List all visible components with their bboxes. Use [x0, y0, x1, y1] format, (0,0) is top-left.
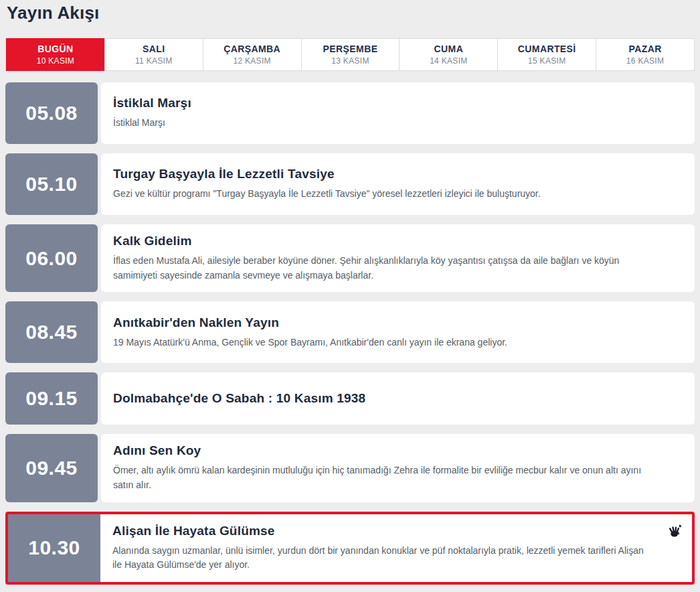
page-title: Yayın Akışı	[7, 3, 695, 23]
day-tab-date: 15 KASIM	[528, 56, 565, 66]
program-time: 09.45	[25, 457, 78, 479]
program-title: Dolmabahçe'de O Sabah : 10 Kasım 1938	[113, 391, 683, 406]
day-tab[interactable]: CUMA 14 KASIM	[399, 39, 497, 70]
day-tab-label: CUMARTESİ	[518, 44, 576, 54]
program-title: Turgay Başyayla İle Lezzetli Tavsiye	[113, 167, 683, 181]
program-time-box: 05.08	[5, 82, 98, 144]
program-details: Alişan İle Hayata Gülümse Alanında saygı…	[100, 514, 692, 582]
program-title: Adını Sen Koy	[113, 443, 683, 458]
program-details: Turgay Başyayla İle Lezzetli Tavsiye Gez…	[101, 153, 695, 215]
day-tab[interactable]: ÇARŞAMBA 12 KASIM	[203, 39, 301, 70]
program-time: 10.30	[28, 536, 80, 559]
program-time-box: 05.10	[5, 153, 98, 215]
program-time-box: 09.15	[5, 372, 98, 425]
program-description: 19 Mayıs Atatürk'ü Anma, Gençlik ve Spor…	[113, 336, 683, 350]
program-row[interactable]: 06.00 Kalk Gidelim İflas eden Mustafa Al…	[5, 224, 695, 292]
day-tab[interactable]: PERŞEMBE 13 KASIM	[301, 39, 400, 70]
program-row[interactable]: 09.15 Dolmabahçe'de O Sabah : 10 Kasım 1…	[5, 372, 695, 425]
schedule-page: Yayın Akışı BUGÜN 10 KASIM SALI 11 KASIM…	[0, 0, 700, 585]
program-row[interactable]: 05.10 Turgay Başyayla İle Lezzetli Tavsi…	[5, 153, 695, 215]
day-tab-date: 10 KASIM	[37, 56, 74, 66]
program-time-box: 09.45	[5, 434, 98, 502]
program-time: 05.10	[25, 173, 78, 196]
day-tab-date: 13 KASIM	[331, 56, 369, 66]
day-tab[interactable]: PAZAR 16 KASIM	[596, 39, 694, 70]
day-tab-label: SALI	[143, 44, 165, 54]
program-title: İstiklal Marşı	[113, 96, 683, 110]
program-details: Adını Sen Koy Ömer, altı aylık ömrü kala…	[101, 434, 695, 502]
day-tab-label: PAZAR	[628, 44, 661, 54]
program-time-box: 08.45	[5, 301, 98, 363]
program-description: İstiklal Marşı	[113, 116, 683, 131]
day-tab[interactable]: BUGÜN 10 KASIM	[6, 38, 104, 71]
day-tab-date: 16 KASIM	[626, 56, 664, 66]
program-title: Kalk Gidelim	[113, 234, 683, 248]
program-description: Alanında saygın uzmanlar, ünlü isimler, …	[112, 544, 680, 573]
program-row[interactable]: 05.08 İstiklal Marşı İstiklal Marşı	[5, 82, 695, 144]
program-title: Anıtkabir'den Naklen Yayın	[113, 315, 683, 330]
day-tab-label: BUGÜN	[37, 44, 73, 54]
day-tab[interactable]: CUMARTESİ 15 KASIM	[497, 39, 596, 70]
program-details: İstiklal Marşı İstiklal Marşı	[101, 82, 695, 144]
program-time: 09.15	[25, 387, 78, 410]
program-row[interactable]: 09.45 Adını Sen Koy Ömer, altı aylık ömr…	[5, 434, 695, 502]
day-tab-date: 12 KASIM	[233, 56, 270, 66]
day-tab-label: CUMA	[434, 44, 464, 54]
program-time-box: 10.30	[8, 514, 100, 582]
day-tab-label: ÇARŞAMBA	[224, 44, 280, 54]
program-time: 06.00	[25, 247, 78, 270]
program-row[interactable]: 08.45 Anıtkabir'den Naklen Yayın 19 Mayı…	[5, 301, 695, 363]
day-tab-date: 11 KASIM	[135, 56, 173, 66]
day-tab-label: PERŞEMBE	[323, 44, 378, 54]
program-time: 08.45	[25, 321, 78, 344]
program-description: Gezi ve kültür programı "Turgay Başyayla…	[113, 187, 683, 202]
program-description: İflas eden Mustafa Ali, ailesiyle berabe…	[113, 254, 683, 283]
program-title: Alişan İle Hayata Gülümse	[112, 524, 680, 538]
program-description: Ömer, altı aylık ömrü kalan kardeşinin m…	[113, 463, 683, 492]
program-row[interactable]: 10.30 Alişan İle Hayata Gülümse Alanında…	[5, 512, 695, 585]
sign-language-icon	[668, 524, 683, 538]
day-tab[interactable]: SALI 11 KASIM	[104, 39, 203, 70]
program-details: Kalk Gidelim İflas eden Mustafa Ali, ail…	[101, 224, 695, 292]
day-tab-date: 14 KASIM	[430, 56, 467, 66]
program-details: Anıtkabir'den Naklen Yayın 19 Mayıs Atat…	[101, 301, 695, 363]
day-tabbar: BUGÜN 10 KASIM SALI 11 KASIM ÇARŞAMBA 12…	[5, 38, 695, 71]
program-list: 05.08 İstiklal Marşı İstiklal Marşı	[5, 82, 695, 585]
program-details: Dolmabahçe'de O Sabah : 10 Kasım 1938	[101, 372, 695, 425]
program-time-box: 06.00	[5, 224, 98, 292]
program-time: 05.08	[25, 102, 78, 125]
